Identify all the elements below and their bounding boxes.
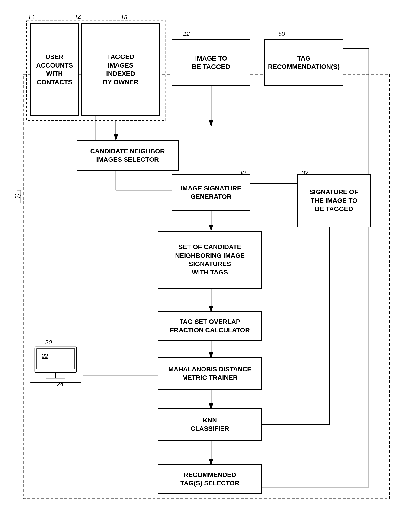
mahalanobis-label: MAHALANOBIS DISTANCEMETRIC TRAINER <box>168 365 252 382</box>
ref-20: 20 <box>45 339 52 346</box>
ref-22: 22 <box>42 353 48 359</box>
signature-label: SIGNATURE OFTHE IMAGE TOBE TAGGED <box>310 188 358 213</box>
ref-60: 60 <box>278 30 285 37</box>
diagram-container: 16 14 18 USER ACCOUNTS WITH CONTACTS TAG… <box>9 7 411 517</box>
image-to-be-tagged-label: IMAGE TOBE TAGGED <box>192 54 230 71</box>
tag-set-overlap-box: TAG SET OVERLAPFRACTION CALCULATOR <box>158 311 262 341</box>
knn-classifier-box: KNNCLASSIFIER <box>158 408 262 441</box>
tag-set-overlap-label: TAG SET OVERLAPFRACTION CALCULATOR <box>170 318 250 335</box>
computer-illustration <box>28 346 84 383</box>
svg-rect-23 <box>35 347 76 372</box>
user-accounts-box: USER ACCOUNTS WITH CONTACTS <box>30 23 79 116</box>
tag-recommendations-box: TAGRECOMMENDATION(S) <box>264 39 343 86</box>
ref-24: 24 <box>57 380 64 388</box>
recommended-tags-box: RECOMMENDEDTAG(S) SELECTOR <box>158 464 262 494</box>
set-of-candidate-label: SET OF CANDIDATENEIGHBORING IMAGESIGNATU… <box>175 243 245 277</box>
ref-16: 16 <box>28 14 35 21</box>
candidate-neighbor-label: CANDIDATE NEIGHBORIMAGES SELECTOR <box>90 147 165 164</box>
image-to-be-tagged-box: IMAGE TOBE TAGGED <box>172 39 251 86</box>
set-of-candidate-box: SET OF CANDIDATENEIGHBORING IMAGESIGNATU… <box>158 231 262 289</box>
ref-14: 14 <box>74 14 81 21</box>
ref-12: 12 <box>183 30 190 37</box>
candidate-neighbor-box: CANDIDATE NEIGHBORIMAGES SELECTOR <box>76 140 178 170</box>
recommended-tags-label: RECOMMENDEDTAG(S) SELECTOR <box>180 471 239 488</box>
tagged-images-label: TAGGEDIMAGESINDEXEDBY OWNER <box>103 53 139 86</box>
signature-box: SIGNATURE OFTHE IMAGE TOBE TAGGED <box>297 174 371 227</box>
svg-rect-27 <box>30 379 81 382</box>
tagged-images-box: TAGGEDIMAGESINDEXEDBY OWNER <box>81 23 160 116</box>
ref-18: 18 <box>121 14 127 21</box>
ref-10-bracket <box>12 188 26 206</box>
image-sig-gen-label: IMAGE SIGNATUREGENERATOR <box>181 184 242 201</box>
tag-recommendations-label: TAGRECOMMENDATION(S) <box>268 54 339 71</box>
knn-classifier-label: KNNCLASSIFIER <box>191 416 229 433</box>
user-accounts-label: USER ACCOUNTS WITH CONTACTS <box>33 53 76 86</box>
mahalanobis-box: MAHALANOBIS DISTANCEMETRIC TRAINER <box>158 357 262 390</box>
image-sig-gen-box: IMAGE SIGNATUREGENERATOR <box>172 174 251 211</box>
